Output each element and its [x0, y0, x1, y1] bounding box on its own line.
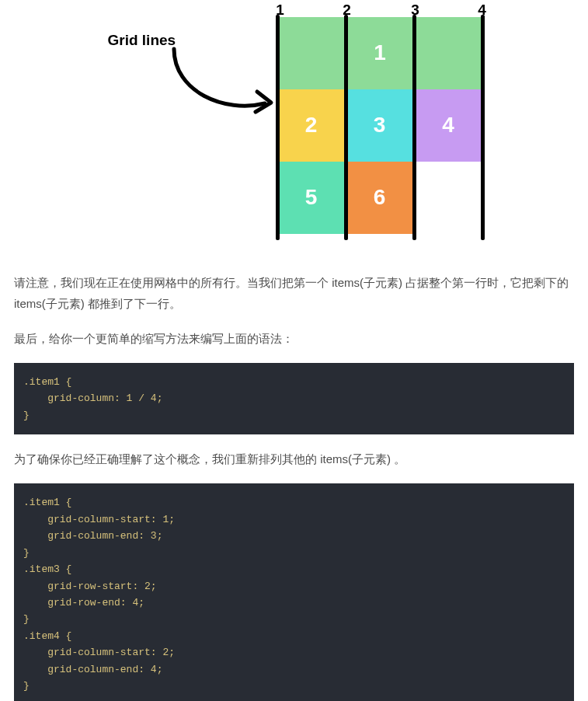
grid-line — [412, 15, 416, 240]
code-block: .item1 { grid-column-start: 1; grid-colu… — [14, 483, 574, 701]
grid-cell-6: 6 — [346, 162, 414, 234]
grid-line — [276, 15, 280, 240]
grid-lines-diagram: Grid lines 1 2 3 4 654321 — [14, 0, 574, 241]
grid-cell-3: 3 — [346, 89, 414, 162]
grid-line — [481, 15, 485, 240]
grid-area: 654321 — [277, 17, 483, 236]
grid-lines-label: Grid lines — [108, 27, 176, 54]
grid-cell-2: 2 — [277, 89, 346, 162]
paragraph: 为了确保你已经正确理解了这个概念，我们重新排列其他的 items(子元素) 。 — [14, 448, 574, 469]
paragraph: 请注意，我们现在正在使用网格中的所有行。当我们把第一个 items(子元素) 占… — [14, 272, 574, 314]
grid-line — [344, 15, 348, 240]
code-block: .item1 { grid-column: 1 / 4; } — [14, 363, 574, 434]
grid-cell-5: 5 — [277, 162, 346, 234]
arrow-icon — [170, 45, 275, 119]
paragraph: 最后，给你一个更简单的缩写方法来编写上面的语法： — [14, 328, 574, 349]
grid-cell-4: 4 — [414, 89, 483, 162]
grid-cell-1: 1 — [277, 17, 483, 89]
